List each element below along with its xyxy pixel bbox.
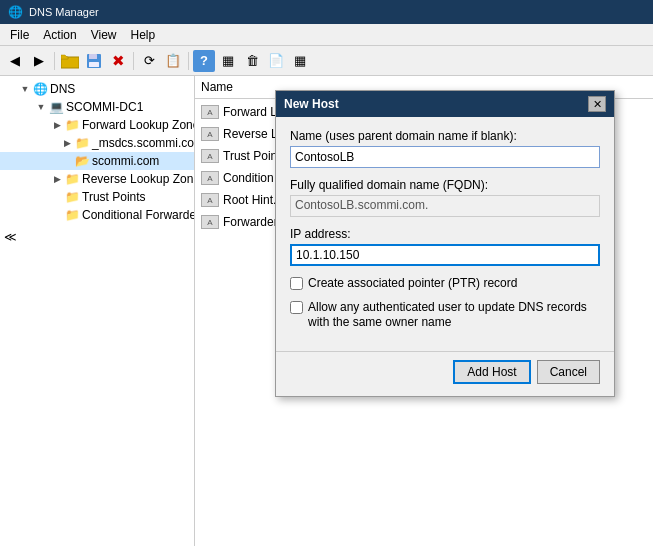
title-bar: 🌐 DNS Manager (0, 0, 653, 24)
expand-cond-forwarders[interactable] (50, 208, 64, 222)
modal-title: New Host (284, 97, 339, 111)
ip-label: IP address: (290, 227, 600, 241)
tree-item-reverse-zones[interactable]: ▶ 📁 Reverse Lookup Zones (0, 170, 194, 188)
tree-item-trust-points[interactable]: 📁 Trust Points (0, 188, 194, 206)
cond-forwarders-icon: 📁 (64, 207, 80, 223)
menu-bar: File Action View Help (0, 24, 653, 46)
tree-label-dc1: SCOMMI-DC1 (64, 100, 143, 114)
bottom-nav: ≪ (0, 224, 194, 250)
name-input[interactable] (290, 146, 600, 168)
modal-close-button[interactable]: ✕ (588, 96, 606, 112)
scommi-icon: 📂 (74, 153, 90, 169)
tree-label-forward-zones: Forward Lookup Zones (80, 118, 195, 132)
modal-footer: Add Host Cancel (276, 351, 614, 396)
dns-root-icon: 🌐 (32, 81, 48, 97)
list-icon-0: A (201, 103, 219, 121)
list-icon-5: A (201, 213, 219, 231)
toolbar-save[interactable] (83, 50, 105, 72)
ptr-checkbox[interactable] (290, 277, 303, 290)
toolbar-folder[interactable] (59, 50, 81, 72)
ptr-checkbox-row: Create associated pointer (PTR) record (290, 276, 600, 292)
tree-item-dc1[interactable]: ▼ 💻 SCOMMI-DC1 (0, 98, 194, 116)
name-label: Name (uses parent domain name if blank): (290, 129, 600, 143)
tree-label-trust-points: Trust Points (80, 190, 146, 204)
nav-arrows: ≪ (4, 230, 17, 244)
toolbar-prop2[interactable]: ▦ (289, 50, 311, 72)
tree-label-reverse-zones: Reverse Lookup Zones (80, 172, 195, 186)
forward-zones-icon: 📁 (64, 117, 80, 133)
expand-msdcs[interactable]: ▶ (60, 136, 74, 150)
expand-reverse-zones[interactable]: ▶ (50, 172, 64, 186)
tree-item-forward-zones[interactable]: ▶ 📁 Forward Lookup Zones (0, 116, 194, 134)
new-host-modal: New Host ✕ Name (uses parent domain name… (275, 90, 615, 397)
separator-3 (188, 52, 189, 70)
svg-rect-5 (89, 62, 99, 67)
menu-help[interactable]: Help (125, 27, 162, 43)
expand-forward-zones[interactable]: ▶ (50, 118, 64, 132)
modal-title-bar: New Host ✕ (276, 91, 614, 117)
reverse-zones-icon: 📁 (64, 171, 80, 187)
toolbar-forward[interactable]: ▶ (28, 50, 50, 72)
expand-scommi[interactable] (60, 154, 74, 168)
list-icon-4: A (201, 191, 219, 209)
auth-checkbox-row: Allow any authenticated user to update D… (290, 300, 600, 331)
tree-label-scommi: scommi.com (90, 154, 159, 168)
toolbar: ◀ ▶ ✖ ⟳ 📋 ? ▦ 🗑 📄 ▦ (0, 46, 653, 76)
menu-file[interactable]: File (4, 27, 35, 43)
list-label-3: Condition (223, 171, 274, 185)
tree-panel: ▼ 🌐 DNS ▼ 💻 SCOMMI-DC1 ▶ 📁 Forward Looku… (0, 76, 195, 546)
tree-label-cond-forwarders: Conditional Forwarders (80, 208, 195, 222)
app-icon: 🌐 (8, 5, 23, 19)
menu-view[interactable]: View (85, 27, 123, 43)
toolbar-trash[interactable]: 🗑 (241, 50, 263, 72)
expand-trust-points[interactable] (50, 190, 64, 204)
add-host-button[interactable]: Add Host (453, 360, 530, 384)
toolbar-help[interactable]: ? (193, 50, 215, 72)
msdcs-icon: 📁 (74, 135, 90, 151)
toolbar-delete[interactable]: ✖ (107, 50, 129, 72)
toolbar-back[interactable]: ◀ (4, 50, 26, 72)
toolbar-prop1[interactable]: ▦ (217, 50, 239, 72)
toolbar-export[interactable]: 📋 (162, 50, 184, 72)
svg-rect-4 (89, 54, 97, 59)
cancel-button[interactable]: Cancel (537, 360, 600, 384)
tree-item-msdcs[interactable]: ▶ 📁 _msdcs.scommi.com (0, 134, 194, 152)
menu-action[interactable]: Action (37, 27, 82, 43)
list-icon-2: A (201, 147, 219, 165)
auth-checkbox[interactable] (290, 301, 303, 314)
modal-body: Name (uses parent domain name if blank):… (276, 117, 614, 351)
fqdn-display: ContosoLB.scommi.com. (290, 195, 600, 217)
auth-label: Allow any authenticated user to update D… (308, 300, 600, 331)
dc1-icon: 💻 (48, 99, 64, 115)
tree-item-cond-forwarders[interactable]: 📁 Conditional Forwarders (0, 206, 194, 224)
expand-dns[interactable]: ▼ (18, 82, 32, 96)
expand-dc1[interactable]: ▼ (34, 100, 48, 114)
toolbar-new[interactable]: 📄 (265, 50, 287, 72)
fqdn-label: Fully qualified domain name (FQDN): (290, 178, 600, 192)
svg-marker-2 (61, 55, 68, 59)
tree-label-msdcs: _msdcs.scommi.com (90, 136, 195, 150)
ip-input[interactable] (290, 244, 600, 266)
trust-points-icon: 📁 (64, 189, 80, 205)
separator-1 (54, 52, 55, 70)
ptr-label: Create associated pointer (PTR) record (308, 276, 517, 292)
list-icon-1: A (201, 125, 219, 143)
tree-item-scommi[interactable]: 📂 scommi.com (0, 152, 194, 170)
separator-2 (133, 52, 134, 70)
list-icon-3: A (201, 169, 219, 187)
tree-item-dns[interactable]: ▼ 🌐 DNS (0, 80, 194, 98)
tree-label-dns: DNS (48, 82, 75, 96)
toolbar-refresh[interactable]: ⟳ (138, 50, 160, 72)
app-title: DNS Manager (29, 6, 99, 18)
